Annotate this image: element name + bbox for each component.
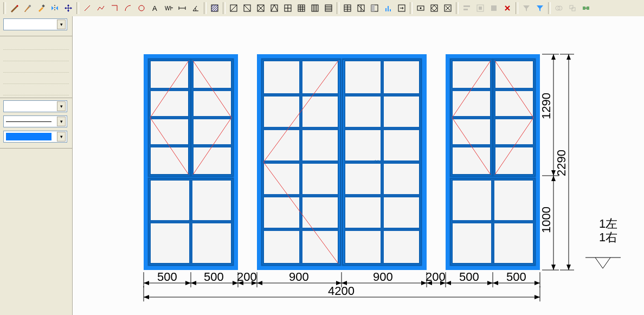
svg-rect-54 bbox=[463, 9, 468, 10]
arrow-box-icon[interactable] bbox=[395, 2, 408, 15]
svg-text:200: 200 bbox=[237, 270, 257, 284]
rect-open-icon[interactable] bbox=[108, 2, 121, 15]
svg-text:900: 900 bbox=[373, 270, 393, 284]
toolbar-separator bbox=[456, 2, 459, 14]
pencil-icon[interactable] bbox=[8, 2, 21, 15]
chevron-down-icon: ▾ bbox=[57, 117, 66, 126]
svg-text:1000: 1000 bbox=[539, 207, 553, 233]
list-icon[interactable] bbox=[322, 2, 335, 15]
grid-2x3-icon[interactable] bbox=[341, 2, 354, 15]
svg-text:1右: 1右 bbox=[599, 230, 617, 244]
line-icon[interactable] bbox=[81, 2, 94, 15]
svg-rect-53 bbox=[463, 5, 470, 7]
chevron-down-icon: ▾ bbox=[57, 132, 66, 142]
text-icon[interactable]: A bbox=[149, 2, 162, 15]
mirror-icon[interactable] bbox=[48, 2, 61, 15]
color-swatch bbox=[6, 133, 51, 140]
align1-icon[interactable] bbox=[460, 2, 473, 15]
drawing-notes: 1左 1右 bbox=[585, 217, 621, 268]
drawing-canvas[interactable]: 500 500 200 900 900 200 500 500 4200 129… bbox=[73, 16, 644, 315]
svg-rect-46 bbox=[388, 6, 389, 11]
arc-icon[interactable] bbox=[121, 2, 134, 15]
box-diag2-icon[interactable] bbox=[241, 2, 254, 15]
svg-rect-1 bbox=[42, 4, 45, 8]
svg-point-0 bbox=[29, 5, 31, 7]
move-icon[interactable] bbox=[62, 2, 75, 15]
svg-text:1290: 1290 bbox=[539, 93, 553, 119]
svg-line-13 bbox=[230, 5, 237, 11]
svg-text:WH: WH bbox=[165, 5, 173, 11]
window-unit-right bbox=[446, 54, 540, 270]
toolbar-separator bbox=[76, 2, 79, 14]
svg-text:2290: 2290 bbox=[555, 150, 568, 176]
svg-line-4 bbox=[85, 5, 90, 11]
line-sample bbox=[6, 121, 51, 122]
svg-text:1左: 1左 bbox=[599, 217, 617, 230]
svg-rect-47 bbox=[390, 9, 391, 11]
style-combo[interactable]: ▾ bbox=[3, 100, 67, 112]
grid3-icon[interactable] bbox=[295, 2, 308, 15]
circle-icon[interactable] bbox=[135, 2, 148, 15]
toolbar-separator bbox=[410, 2, 413, 14]
svg-rect-44 bbox=[371, 5, 375, 11]
merge-icon[interactable] bbox=[579, 2, 593, 15]
align3-icon[interactable] bbox=[487, 2, 500, 15]
box-diag1-icon[interactable] bbox=[227, 2, 240, 15]
grid-shade-icon[interactable] bbox=[368, 2, 381, 15]
layer-combo[interactable]: ▾ bbox=[3, 18, 67, 30]
color-combo[interactable]: ▾ bbox=[3, 131, 67, 143]
brush-icon[interactable] bbox=[21, 2, 34, 15]
hatch1-icon[interactable] bbox=[208, 2, 221, 15]
toolbar-separator bbox=[337, 2, 339, 14]
align2-icon[interactable] bbox=[474, 2, 487, 15]
svg-rect-19 bbox=[271, 5, 278, 11]
svg-text:A: A bbox=[152, 4, 157, 12]
grid4-icon[interactable] bbox=[308, 2, 321, 15]
list-row[interactable] bbox=[3, 73, 69, 84]
list-row[interactable] bbox=[3, 84, 69, 95]
delete-icon[interactable] bbox=[501, 2, 514, 15]
chevron-down-icon: ▾ bbox=[57, 20, 66, 29]
dim-angle-icon[interactable] bbox=[189, 2, 202, 15]
back-icon[interactable] bbox=[414, 2, 427, 15]
box-diag-both-icon[interactable] bbox=[254, 2, 267, 15]
toolbar-separator bbox=[3, 2, 6, 14]
list-row[interactable] bbox=[3, 38, 69, 50]
dimension-bottom-total: 4200 bbox=[144, 284, 540, 301]
shape-a-icon[interactable] bbox=[552, 2, 565, 15]
toolbar-separator bbox=[548, 2, 551, 14]
diamond-icon[interactable] bbox=[428, 2, 441, 15]
text2-icon[interactable]: WH bbox=[162, 2, 175, 15]
svg-text:4200: 4200 bbox=[328, 284, 355, 298]
svg-rect-57 bbox=[491, 5, 497, 11]
toolbar-separator bbox=[516, 2, 518, 14]
line-combo[interactable]: ▾ bbox=[3, 115, 67, 127]
box-cross-icon[interactable] bbox=[281, 2, 294, 15]
svg-text:200: 200 bbox=[426, 270, 446, 284]
dropper-icon[interactable] bbox=[35, 2, 48, 15]
svg-rect-60 bbox=[570, 5, 573, 9]
svg-point-50 bbox=[420, 8, 422, 9]
svg-text:500: 500 bbox=[459, 270, 479, 284]
svg-line-15 bbox=[244, 5, 250, 11]
box-triangle-icon[interactable] bbox=[268, 2, 281, 15]
chevron-down-icon: ▾ bbox=[57, 101, 66, 111]
window-unit-left bbox=[144, 54, 238, 270]
filter-icon[interactable] bbox=[520, 2, 533, 15]
list-row[interactable] bbox=[3, 50, 69, 61]
bars-icon[interactable] bbox=[382, 2, 395, 15]
svg-text:500: 500 bbox=[157, 270, 177, 284]
dimension-right-total: 2290 bbox=[555, 54, 574, 270]
list-row[interactable] bbox=[3, 61, 69, 73]
box-x-icon[interactable] bbox=[441, 2, 454, 15]
svg-point-5 bbox=[139, 5, 144, 11]
svg-rect-61 bbox=[572, 8, 575, 11]
shape-b-icon[interactable] bbox=[566, 2, 579, 15]
filter-on-icon[interactable] bbox=[533, 2, 546, 15]
dim-horizontal-icon[interactable] bbox=[176, 2, 189, 15]
grid-diag-icon[interactable] bbox=[355, 2, 368, 15]
door-unit-center bbox=[257, 54, 427, 270]
svg-text:900: 900 bbox=[289, 270, 309, 284]
polyline-icon[interactable] bbox=[94, 2, 107, 15]
svg-text:500: 500 bbox=[204, 270, 224, 284]
